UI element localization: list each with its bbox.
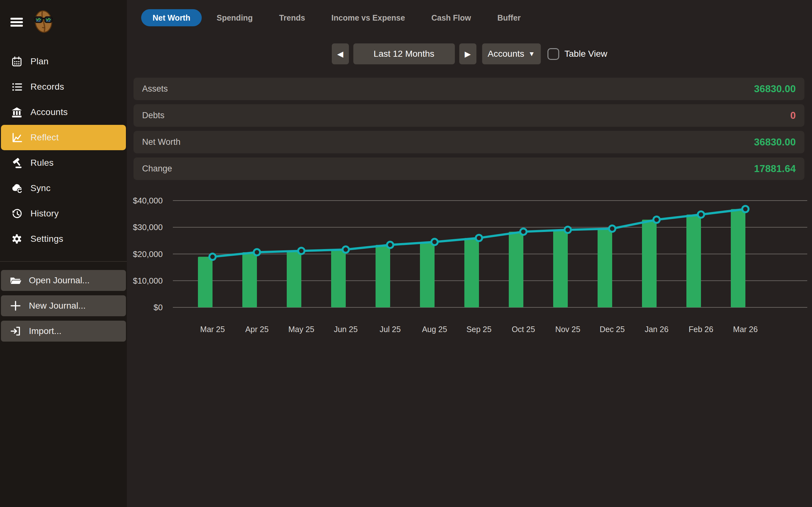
sidebar-item-label: Sync xyxy=(31,183,50,193)
summary-label: Change xyxy=(142,164,172,174)
report-tabs: Net Worth Spending Trends Income vs Expe… xyxy=(141,9,532,26)
sidebar-item-label: Accounts xyxy=(31,107,68,117)
net-worth-summary: Assets 36830.00 Debts 0 Net Worth 36830.… xyxy=(134,78,804,184)
sidebar-item-reflect[interactable]: Reflect xyxy=(1,125,126,150)
sidebar-item-sync[interactable]: Sync xyxy=(1,176,126,201)
tab-buffer[interactable]: Buffer xyxy=(486,9,532,26)
calendar-icon xyxy=(11,55,23,67)
summary-value: 17881.64 xyxy=(754,163,796,175)
plus-icon xyxy=(9,300,22,312)
table-view-label: Table View xyxy=(565,49,607,59)
sidebar-item-label: Rules xyxy=(31,158,54,168)
accounts-dropdown-button[interactable]: Accounts ▼ xyxy=(482,43,541,64)
summary-row-net-worth: Net Worth 36830.00 xyxy=(134,131,804,153)
sidebar-nav: Plan Records Accounts xyxy=(0,49,127,251)
summary-value: 36830.00 xyxy=(754,83,796,95)
import-button[interactable]: Import... xyxy=(1,321,126,342)
tab-net-worth[interactable]: Net Worth xyxy=(141,9,202,26)
svg-text:Aug 25: Aug 25 xyxy=(422,325,447,334)
tab-spending[interactable]: Spending xyxy=(205,9,264,26)
sidebar-divider xyxy=(0,261,127,262)
summary-label: Net Worth xyxy=(142,137,181,147)
left-arrow-icon: ◀ xyxy=(337,49,343,59)
sidebar-item-settings[interactable]: Settings xyxy=(1,226,126,251)
next-period-button[interactable]: ▶ xyxy=(459,43,476,64)
period-selector-button[interactable]: Last 12 Months xyxy=(353,43,455,64)
svg-text:May 25: May 25 xyxy=(288,325,314,334)
table-view-checkbox[interactable] xyxy=(548,48,559,60)
summary-value: 0 xyxy=(790,110,796,121)
previous-period-button[interactable]: ◀ xyxy=(332,43,349,64)
action-label: New Journal... xyxy=(29,301,86,311)
summary-row-change: Change 17881.64 xyxy=(134,158,804,180)
net-worth-chart: $0$10,000$20,000$30,000$40,000Mar 25Apr … xyxy=(127,190,812,342)
summary-label: Assets xyxy=(142,84,168,94)
sidebar-item-accounts[interactable]: Accounts xyxy=(1,100,126,125)
sidebar-item-records[interactable]: Records xyxy=(1,74,126,100)
svg-text:Dec 25: Dec 25 xyxy=(600,325,624,334)
period-controls: ◀ Last 12 Months ▶ Accounts ▼ Table View xyxy=(127,43,812,64)
list-icon xyxy=(11,81,23,93)
svg-text:Jan 26: Jan 26 xyxy=(645,325,668,334)
history-clock-icon xyxy=(11,208,23,220)
chevron-down-icon: ▼ xyxy=(528,50,535,58)
tab-income-vs-expense[interactable]: Income vs Expense xyxy=(320,9,416,26)
gavel-icon xyxy=(11,157,23,169)
sidebar-item-label: Plan xyxy=(31,56,49,66)
svg-text:Sep 25: Sep 25 xyxy=(466,325,491,334)
svg-text:$20,000: $20,000 xyxy=(133,249,163,259)
import-icon xyxy=(9,326,22,337)
action-label: Import... xyxy=(29,326,61,336)
line-chart-icon xyxy=(11,131,23,144)
svg-text:Mar 25: Mar 25 xyxy=(200,325,225,334)
accounts-dropdown-label: Accounts xyxy=(488,49,524,59)
summary-label: Debts xyxy=(142,111,165,120)
svg-text:Nov 25: Nov 25 xyxy=(555,325,580,334)
svg-text:Mar 26: Mar 26 xyxy=(733,325,758,334)
svg-text:Feb 26: Feb 26 xyxy=(689,325,713,334)
sidebar-item-label: Settings xyxy=(31,234,63,244)
sidebar-actions: Open Journal... New Journal... Import... xyxy=(1,270,126,346)
main-content: Net Worth Spending Trends Income vs Expe… xyxy=(127,0,812,507)
sidebar-item-plan[interactable]: Plan xyxy=(1,49,126,74)
sidebar-item-label: Reflect xyxy=(31,132,59,143)
svg-text:$0: $0 xyxy=(154,302,163,312)
svg-text:$30,000: $30,000 xyxy=(133,222,163,232)
svg-text:$40,000: $40,000 xyxy=(133,196,163,205)
sidebar-item-history[interactable]: History xyxy=(1,201,126,226)
svg-text:$10,000: $10,000 xyxy=(133,276,163,285)
svg-text:Apr 25: Apr 25 xyxy=(245,325,269,334)
gear-icon xyxy=(11,233,23,245)
tab-trends[interactable]: Trends xyxy=(268,9,316,26)
open-journal-button[interactable]: Open Journal... xyxy=(1,270,126,291)
cloud-sync-icon xyxy=(11,182,23,194)
bank-icon xyxy=(11,106,23,118)
hamburger-menu-icon[interactable] xyxy=(10,18,23,28)
svg-text:Jun 25: Jun 25 xyxy=(334,325,357,334)
summary-row-debts: Debts 0 xyxy=(134,104,804,127)
sidebar: Plan Records Accounts xyxy=(0,0,127,507)
folder-open-icon xyxy=(9,275,22,286)
tab-cash-flow[interactable]: Cash Flow xyxy=(420,9,483,26)
sidebar-item-label: History xyxy=(31,209,59,219)
action-label: Open Journal... xyxy=(29,275,90,285)
app-logo-coffee-bean xyxy=(32,9,55,36)
svg-text:Jul 25: Jul 25 xyxy=(380,325,401,334)
sidebar-item-label: Records xyxy=(31,82,64,92)
right-arrow-icon: ▶ xyxy=(465,49,471,59)
summary-row-assets: Assets 36830.00 xyxy=(134,78,804,100)
sidebar-item-rules[interactable]: Rules xyxy=(1,150,126,176)
svg-text:Oct 25: Oct 25 xyxy=(512,325,535,334)
new-journal-button[interactable]: New Journal... xyxy=(1,295,126,316)
summary-value: 36830.00 xyxy=(754,136,796,148)
